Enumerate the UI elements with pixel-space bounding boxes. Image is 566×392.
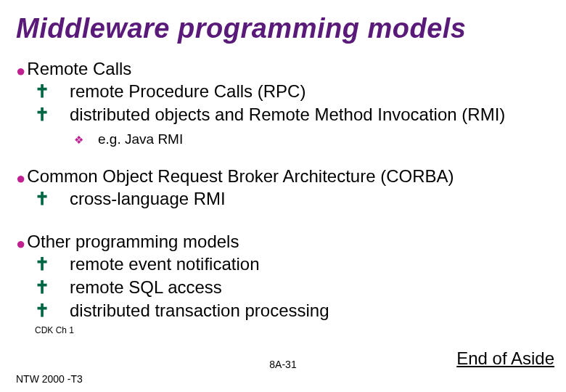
dagger-icon: ✝	[35, 300, 49, 322]
dagger-icon: ✝	[35, 277, 49, 299]
end-of-aside: End of Aside	[456, 348, 554, 369]
slide-title: Middleware programming models	[16, 13, 550, 44]
sub-list-item: ❖ e.g. Java RMI	[74, 130, 550, 150]
bullet-icon: ●	[16, 236, 25, 252]
dagger-icon: ✝	[35, 188, 49, 211]
dagger-icon: ✝	[35, 253, 49, 276]
list-item: ✝ distributed transaction processing	[35, 299, 550, 322]
section-other: ● Other programming models ✝ remote even…	[16, 230, 550, 336]
list-item-text: remote event notification	[70, 253, 259, 275]
list-item: ✝ remote Procedure Calls (RPC)	[35, 80, 550, 103]
list-item-text: remote SQL access	[70, 276, 222, 298]
list-item-text: remote Procedure Calls (RPC)	[70, 80, 305, 102]
section-heading: Remote Calls	[27, 57, 131, 80]
list-item-text: cross-language RMI	[70, 187, 226, 210]
list-item: ✝ remote event notification	[35, 253, 550, 276]
list-item: ✝ cross-language RMI	[35, 187, 550, 211]
section-heading: Common Object Request Broker Architectur…	[27, 165, 454, 187]
page-number: 8A-31	[269, 359, 296, 370]
dagger-icon: ✝	[35, 104, 49, 126]
bullet-icon: ●	[16, 171, 25, 187]
dagger-icon: ✝	[35, 81, 49, 103]
list-item-text: distributed transaction processing	[70, 299, 329, 322]
list-item: ✝ distributed objects and Remote Method …	[35, 103, 550, 126]
footnote: CDK Ch 1	[35, 325, 550, 335]
diamond-icon: ❖	[74, 132, 83, 147]
footer-left: NTW 2000 -T3	[16, 373, 83, 385]
list-item: ✝ remote SQL access	[35, 276, 550, 299]
section-corba: ● Common Object Request Broker Architect…	[16, 165, 550, 211]
sub-list-item-text: e.g. Java RMI	[98, 130, 183, 150]
bullet-icon: ●	[16, 63, 25, 79]
section-remote-calls: ● Remote Calls ✝ remote Procedure Calls …	[16, 57, 550, 149]
section-heading: Other programming models	[27, 230, 239, 253]
list-item-text: distributed objects and Remote Method In…	[70, 103, 505, 126]
